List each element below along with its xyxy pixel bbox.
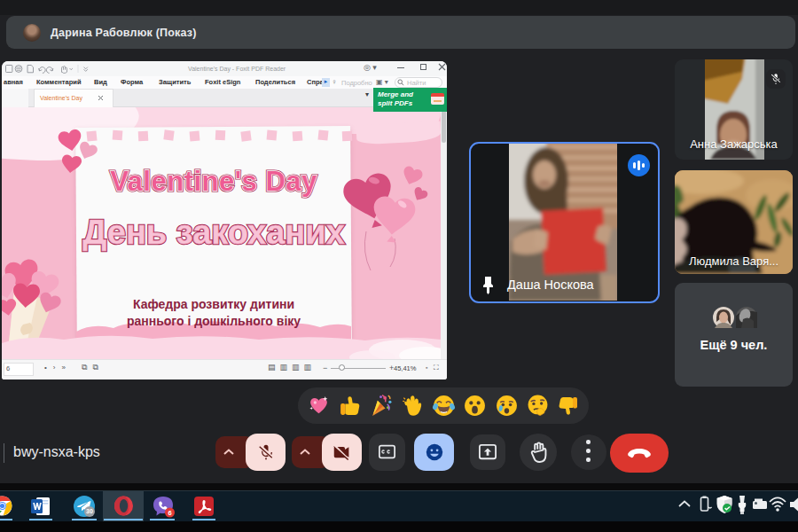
svg-text:30: 30 bbox=[86, 508, 93, 514]
svg-text:6: 6 bbox=[168, 509, 171, 517]
